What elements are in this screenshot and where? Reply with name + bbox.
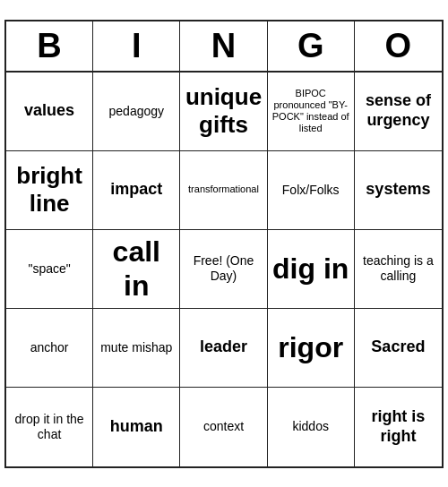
bingo-cell: values xyxy=(6,73,93,151)
bingo-header-letter: O xyxy=(355,21,442,71)
bingo-cell: Folx/Folks xyxy=(268,151,355,230)
bingo-cell: dig in xyxy=(268,230,355,309)
bingo-header: BINGO xyxy=(6,21,442,73)
bingo-cell: unique gifts xyxy=(180,73,267,151)
bingo-header-letter: I xyxy=(93,21,180,71)
bingo-grid: valuespedagogyunique giftsBIPOC pronounc… xyxy=(6,73,442,466)
bingo-cell: bright line xyxy=(6,151,93,230)
bingo-cell: leader xyxy=(180,309,267,388)
bingo-cell: impact xyxy=(93,151,180,230)
bingo-cell: drop it in the chat xyxy=(6,388,93,466)
bingo-cell: anchor xyxy=(6,309,93,388)
bingo-header-letter: B xyxy=(6,21,93,71)
bingo-cell: sense of urgency xyxy=(355,73,442,151)
bingo-cell: "space" xyxy=(6,230,93,309)
bingo-card: BINGO valuespedagogyunique giftsBIPOC pr… xyxy=(4,20,444,468)
bingo-header-letter: G xyxy=(268,21,355,71)
bingo-header-letter: N xyxy=(180,21,267,71)
bingo-cell: call in xyxy=(93,230,180,309)
bingo-cell: kiddos xyxy=(268,388,355,466)
bingo-cell: human xyxy=(93,388,180,466)
bingo-cell: BIPOC pronounced "BY-POCK" instead of li… xyxy=(268,73,355,151)
bingo-cell: teaching is a calling xyxy=(355,230,442,309)
bingo-cell: Sacred xyxy=(355,309,442,388)
bingo-cell: rigor xyxy=(268,309,355,388)
bingo-cell: transformational xyxy=(180,151,267,230)
bingo-cell: Free! (One Day) xyxy=(180,230,267,309)
bingo-cell: right is right xyxy=(355,388,442,466)
bingo-cell: systems xyxy=(355,151,442,230)
bingo-cell: mute mishap xyxy=(93,309,180,388)
bingo-cell: context xyxy=(180,388,267,466)
bingo-cell: pedagogy xyxy=(93,73,180,151)
